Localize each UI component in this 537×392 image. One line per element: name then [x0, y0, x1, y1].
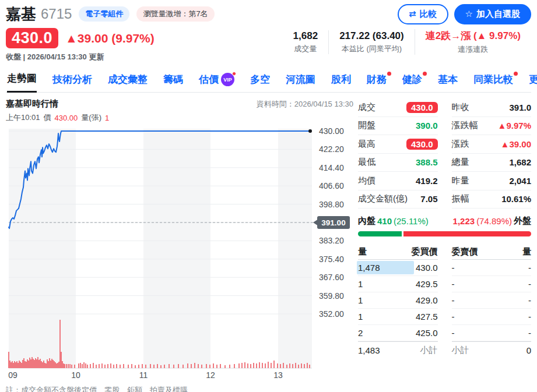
tab-label: 基本 — [438, 73, 458, 86]
ask-side: -- — [452, 292, 532, 309]
ask-total: 0 — [527, 345, 531, 355]
tab-checkup[interactable]: 健診 — [402, 73, 422, 92]
bid-volume: 1 — [358, 295, 363, 305]
quote-row-昨收: 昨收391.0 — [452, 98, 532, 117]
quote-panel: 成交430.0開盤390.0最高430.0最低388.5均價419.2成交金額(… — [353, 98, 531, 392]
tab-chips[interactable]: 籌碼 — [163, 73, 183, 92]
tab-label: 河流圖 — [286, 73, 315, 86]
notification-dot — [387, 72, 391, 76]
tab-bar: 走勢圖技術分析成交彙整籌碼估價VIP多空河流圖股利財務健診基本同業比較更多... — [6, 69, 531, 93]
add-watchlist-button[interactable]: ☆ 加入自選股 — [454, 4, 531, 24]
tab-technical[interactable]: 技術分析 — [52, 73, 92, 92]
ask-price: - — [452, 279, 455, 289]
quote-row-最低: 最低388.5 — [358, 154, 438, 172]
quote-value: 430.0 — [406, 102, 438, 113]
bid-price-header: 委買價 — [412, 246, 438, 257]
quote-value: 430.0 — [406, 139, 438, 150]
bid-volume: 1 — [358, 312, 363, 322]
svg-text:430.00: 430.00 — [319, 126, 344, 136]
bid-volume: 2 — [358, 328, 363, 338]
svg-text:406.60: 406.60 — [319, 181, 344, 190]
trending-badge[interactable]: 瀏覽量激增：第7名 — [136, 6, 214, 22]
svg-text:10: 10 — [71, 370, 80, 380]
tab-dividend[interactable]: 股利 — [331, 73, 351, 92]
sector-badge[interactable]: 電子零組件 — [79, 6, 129, 22]
bid-price: 427.5 — [416, 312, 438, 322]
quote-label: 成交 — [358, 102, 375, 113]
quote-label: 成交金額(億) — [358, 193, 408, 204]
notification-dot — [514, 72, 518, 76]
quote-row-振幅: 振幅10.61% — [452, 190, 532, 209]
svg-text:375.40: 375.40 — [319, 255, 344, 264]
stat-pe-ratio: 217.22 (63.40) 本益比 (同業平均) — [328, 30, 415, 54]
ask-price: - — [452, 295, 455, 305]
inner-outer-row: 內盤 410 (25.11%) 1,223 (74.89%) 外盤 — [358, 216, 531, 227]
ask-header: 委賣價量 — [452, 245, 532, 260]
last-price-badge: 430.0 — [6, 28, 58, 48]
ask-price: - — [452, 312, 455, 322]
bid-side: 1427.5 — [358, 309, 438, 325]
order-book-row: 1,478430.0-- — [358, 260, 531, 276]
svg-text:414.40: 414.40 — [319, 163, 344, 172]
svg-text:11: 11 — [139, 370, 148, 380]
quote-value: 10.61% — [501, 194, 531, 204]
quote-value: 2,041 — [509, 176, 531, 186]
quote-label: 振幅 — [452, 193, 469, 204]
intraday-chart[interactable]: 430.00422.20414.40406.60398.80391.00383.… — [6, 124, 353, 384]
ask-volume: - — [528, 295, 531, 305]
price-change: ▲39.00 (9.97%) — [65, 31, 155, 45]
chart-footnote: 註：成交金額不含盤後定價、零股、鉅額、拍賣及標購 — [6, 385, 353, 392]
tab-valuation[interactable]: 估價VIP — [199, 73, 234, 92]
crosshair-time: 上午10:01 — [6, 112, 40, 123]
bid-side: 1,478430.0 — [358, 260, 438, 276]
svg-text:383.20: 383.20 — [319, 236, 344, 245]
inner-outer-bar — [358, 231, 531, 236]
stat-volume: 1,682 成交量 — [283, 30, 329, 54]
title-row: 嘉基 6715 電子零組件 瀏覽量激增：第7名 ⇄ 比較 ☆ 加入自選股 — [6, 3, 531, 24]
quote-row-漲跌幅: 漲跌幅▲9.97% — [452, 117, 532, 136]
tab-river[interactable]: 河流圖 — [286, 73, 315, 92]
bid-price: 425.0 — [416, 328, 438, 338]
quote-value: 419.2 — [416, 176, 438, 186]
ask-volume: - — [528, 328, 531, 338]
tab-label: 健診 — [402, 73, 422, 86]
tab-trend[interactable]: 走勢圖 — [7, 72, 37, 93]
tab-long-short[interactable]: 多空 — [250, 73, 270, 92]
crosshair-vol-label: 量(張) — [81, 112, 101, 123]
svg-text:352.00: 352.00 — [319, 309, 344, 319]
tab-more[interactable]: 更多... — [529, 73, 537, 92]
quote-row-成交金額(億): 成交金額(億)7.05 — [358, 190, 438, 209]
chart-title: 嘉基即時行情 — [6, 98, 58, 110]
tab-label: 成交彙整 — [108, 73, 148, 86]
stock-code: 6715 — [41, 6, 72, 22]
tab-basic[interactable]: 基本 — [438, 73, 458, 92]
quote-label: 開盤 — [358, 120, 375, 131]
ask-price-header: 委賣價 — [452, 246, 478, 257]
tab-transactions[interactable]: 成交彙整 — [108, 73, 148, 92]
notification-dot — [232, 72, 236, 76]
bid-price: 429.5 — [416, 279, 438, 289]
ask-side: -- — [452, 325, 532, 341]
quote-row-漲跌: 漲跌▲39.00 — [452, 135, 532, 154]
order-book-row: 1427.5-- — [358, 309, 531, 325]
quote-value: ▲39.00 — [501, 139, 531, 149]
header-actions: ⇄ 比較 ☆ 加入自選股 — [398, 4, 531, 24]
compare-button[interactable]: ⇄ 比較 — [398, 4, 448, 24]
tab-label: 同業比較 — [473, 73, 513, 86]
quote-row-均價: 均價419.2 — [358, 172, 438, 190]
order-book-header: 量委買價委賣價量 — [358, 245, 531, 260]
quote-label: 最低 — [358, 157, 375, 168]
add-watchlist-label: 加入自選股 — [476, 9, 520, 20]
tab-financials[interactable]: 財務 — [367, 73, 387, 92]
bid-volume: 1,478 — [358, 263, 380, 273]
order-book-row: 1429.0-- — [358, 292, 531, 309]
svg-text:398.80: 398.80 — [319, 200, 344, 209]
tab-label: 籌碼 — [163, 73, 183, 86]
crosshair-price-label: 價 — [44, 112, 51, 123]
tab-peers[interactable]: 同業比較 — [473, 73, 513, 92]
quote-label: 昨收 — [452, 102, 469, 113]
tab-label: 財務 — [367, 73, 387, 86]
ask-side: -- — [452, 309, 532, 325]
ask-vol-header: 量 — [522, 246, 531, 257]
bid-header: 量委買價 — [358, 245, 438, 260]
